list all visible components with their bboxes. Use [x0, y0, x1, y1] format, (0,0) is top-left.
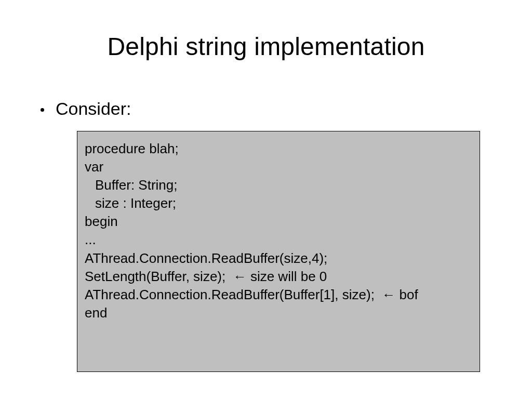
- code-box: procedure blah; var Buffer: String; size…: [77, 131, 480, 372]
- bullet-icon: [41, 108, 44, 112]
- code-line: AThread.Connection.ReadBuffer(Buffer[1],…: [85, 286, 472, 304]
- code-line: SetLength(Buffer, size); ← size will be …: [85, 268, 472, 286]
- code-line: ...: [85, 231, 472, 249]
- bullet-item: Consider:: [41, 99, 131, 119]
- code-line: end: [85, 304, 472, 322]
- code-line: procedure blah;: [85, 140, 472, 158]
- code-line: AThread.Connection.ReadBuffer(size,4);: [85, 249, 472, 268]
- slide-title: Delphi string implementation: [0, 32, 532, 61]
- slide: Delphi string implementation Consider: p…: [0, 0, 532, 399]
- code-line: size : Integer;: [85, 194, 472, 212]
- code-line: begin: [85, 212, 472, 231]
- code-line: var: [85, 158, 472, 176]
- code-line: Buffer: String;: [85, 176, 472, 194]
- bullet-text: Consider:: [56, 99, 131, 119]
